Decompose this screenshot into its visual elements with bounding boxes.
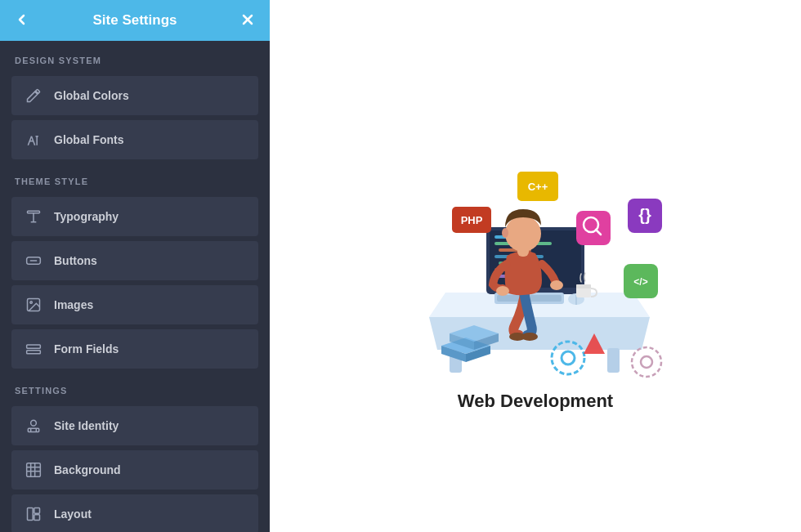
site-identity-icon bbox=[25, 417, 43, 435]
svg-point-81 bbox=[632, 347, 661, 377]
buttons-icon bbox=[25, 252, 43, 270]
global-colors-label: Global Colors bbox=[54, 89, 129, 102]
images-label: Images bbox=[54, 298, 93, 311]
background-icon bbox=[25, 461, 43, 479]
illustration: PHP C++ {} </> bbox=[396, 121, 674, 382]
svg-point-55 bbox=[550, 280, 563, 290]
buttons-label: Buttons bbox=[54, 254, 97, 267]
svg-rect-15 bbox=[27, 351, 41, 354]
typography-label: Typography bbox=[54, 210, 119, 223]
form-fields-icon bbox=[25, 340, 43, 358]
menu-item-layout[interactable]: Layout bbox=[11, 494, 258, 532]
svg-rect-60 bbox=[576, 284, 591, 288]
menu-item-global-colors[interactable]: Global Colors bbox=[11, 76, 258, 115]
svg-point-57 bbox=[505, 216, 541, 252]
menu-item-background[interactable]: Background bbox=[11, 450, 258, 490]
svg-rect-26 bbox=[34, 508, 40, 514]
svg-rect-17 bbox=[28, 428, 38, 431]
theme-style-label: THEME STYLE bbox=[0, 162, 270, 194]
images-icon bbox=[25, 296, 43, 314]
layout-label: Layout bbox=[54, 507, 92, 521]
svg-point-53 bbox=[521, 333, 538, 341]
sidebar-title: Site Settings bbox=[31, 12, 239, 29]
settings-label: SETTINGS bbox=[0, 371, 270, 404]
collapse-handle[interactable] bbox=[268, 311, 270, 343]
design-system-label: DESIGN SYSTEM bbox=[0, 41, 270, 74]
svg-rect-25 bbox=[28, 508, 34, 521]
menu-item-global-fonts[interactable]: Global Fonts bbox=[11, 120, 258, 159]
site-identity-label: Site Identity bbox=[54, 419, 119, 432]
svg-point-73 bbox=[562, 351, 575, 364]
svg-rect-36 bbox=[607, 348, 620, 373]
menu-item-typography[interactable]: Typography bbox=[11, 197, 258, 236]
svg-rect-27 bbox=[34, 515, 40, 521]
svg-rect-65 bbox=[576, 211, 611, 245]
background-label: Background bbox=[54, 463, 121, 476]
svg-text:C++: C++ bbox=[528, 181, 548, 193]
svg-rect-14 bbox=[27, 345, 41, 348]
svg-point-82 bbox=[641, 356, 652, 368]
paintbrush-icon bbox=[25, 87, 43, 105]
svg-point-58 bbox=[502, 228, 508, 238]
svg-point-54 bbox=[496, 286, 509, 296]
menu-item-buttons[interactable]: Buttons bbox=[11, 241, 258, 280]
svg-rect-7 bbox=[28, 211, 40, 213]
menu-item-images[interactable]: Images bbox=[11, 285, 258, 324]
menu-item-site-identity[interactable]: Site Identity bbox=[11, 406, 258, 445]
sidebar-header: Site Settings bbox=[0, 0, 270, 41]
global-fonts-label: Global Fonts bbox=[54, 133, 124, 146]
svg-text:PHP: PHP bbox=[461, 214, 483, 226]
form-fields-label: Form Fields bbox=[54, 342, 119, 355]
svg-point-13 bbox=[30, 302, 33, 304]
svg-rect-20 bbox=[27, 463, 41, 477]
sidebar: Site Settings DESIGN SYSTEM Global Color… bbox=[0, 0, 270, 532]
svg-point-16 bbox=[31, 420, 37, 426]
svg-text:{}: {} bbox=[638, 206, 651, 224]
font-icon bbox=[25, 131, 43, 149]
main-title: Web Development bbox=[458, 391, 613, 412]
menu-item-form-fields[interactable]: Form Fields bbox=[11, 329, 258, 369]
typography-icon bbox=[25, 208, 43, 226]
main-content: PHP C++ {} </> bbox=[270, 0, 801, 532]
layout-icon bbox=[25, 505, 43, 523]
close-button[interactable] bbox=[239, 10, 257, 31]
svg-text:</>: </> bbox=[633, 276, 647, 288]
back-button[interactable] bbox=[13, 10, 31, 31]
